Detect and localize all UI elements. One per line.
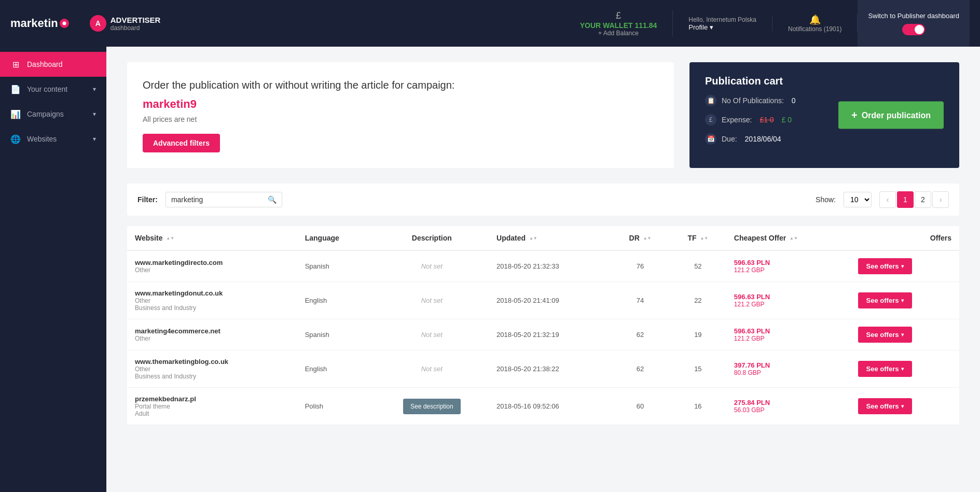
chevron-down-icon: ▾ (901, 403, 904, 409)
website-table: Website ▲▼ Language Description Updated … (127, 226, 959, 425)
table-row: przemekbednarz.plPortal themeAdultPolish… (127, 388, 959, 425)
description-not-set: Not set (421, 297, 443, 304)
your-content-icon: 📄 (10, 84, 21, 94)
see-offers-button[interactable]: See offers ▾ (858, 327, 913, 343)
cell-dr: 62 (611, 319, 670, 350)
cell-cheapest-offer: 275.84 PLN56.03 GBP (726, 388, 850, 425)
advertiser-info: ADVERTISER dashboard (111, 16, 161, 32)
see-offers-button[interactable]: See offers ▾ (858, 361, 913, 377)
campaign-name: marketin9 (143, 97, 658, 111)
cell-cheapest-offer: 596.63 PLN121.2 GBP (726, 282, 850, 319)
chevron-down-icon: ▾ (901, 263, 904, 269)
cell-updated: 2018-05-20 21:38:22 (489, 350, 611, 388)
sidebar-item-websites[interactable]: 🌐 Websites ▾ (0, 126, 106, 151)
search-icon: 🔍 (268, 195, 277, 204)
logo[interactable]: marketin (10, 17, 69, 30)
show-select[interactable]: 10 25 50 (844, 192, 872, 207)
website-name: marketing4ecommerce.net (135, 327, 289, 335)
next-page-button[interactable]: › (932, 191, 949, 208)
cell-website: www.marketingdirecto.comOther (127, 250, 297, 282)
your-content-arrow: ▾ (93, 86, 96, 93)
cart-due-value: 2018/06/04 (745, 135, 781, 143)
cheapest-sort-icon[interactable]: ▲▼ (790, 236, 798, 241)
main-content: Order the publication with or without wr… (106, 47, 980, 492)
price-gbp: 121.2 GBP (734, 266, 843, 274)
cart-expense-new: £ 0 (782, 116, 792, 124)
website-name: www.marketingdirecto.com (135, 259, 289, 266)
sidebar-item-campaigns[interactable]: 📊 Campaigns ▾ (0, 102, 106, 126)
top-nav: marketin A ADVERTISER dashboard £ YOUR W… (0, 0, 980, 47)
cell-language: Polish (297, 388, 375, 425)
filter-input[interactable] (171, 195, 265, 204)
dr-sort-icon[interactable]: ▲▼ (643, 236, 652, 241)
description-not-set: Not set (421, 331, 443, 339)
sidebar-label-dashboard: Dashboard (27, 60, 96, 68)
cell-dr: 60 (611, 388, 670, 425)
cell-description: Not set (375, 319, 489, 350)
prev-page-button[interactable]: ‹ (879, 191, 896, 208)
price-gbp: 121.2 GBP (734, 301, 843, 308)
sidebar-label-campaigns: Campaigns (27, 110, 87, 118)
cart-publications-icon: 📋 (705, 95, 716, 106)
sidebar: ⊞ Dashboard 📄 Your content ▾ 📊 Campaigns… (0, 47, 106, 492)
website-name: przemekbednarz.pl (135, 395, 289, 403)
cell-tf: 19 (670, 319, 726, 350)
see-description-button[interactable]: See description (403, 399, 461, 414)
show-label: Show: (816, 195, 836, 204)
profile-hello: Hello, Internetum Polska (688, 16, 756, 23)
cell-description: See description (375, 388, 489, 425)
cell-cheapest-offer: 596.63 PLN121.2 GBP (726, 319, 850, 350)
table-header-row: Website ▲▼ Language Description Updated … (127, 226, 959, 250)
sidebar-item-dashboard[interactable]: ⊞ Dashboard (0, 52, 106, 77)
price-pln: 596.63 PLN (734, 293, 843, 301)
cart-publications-label: No Of Publications: (722, 96, 784, 105)
cell-language: Spanish (297, 250, 375, 282)
website-cat2: Business and Industry (135, 373, 289, 380)
campaign-section: Order the publication with or without wr… (127, 62, 959, 168)
publisher-toggle[interactable] (902, 24, 925, 35)
filter-row: Filter: 🔍 Show: 10 25 50 ‹ 1 2 › (127, 184, 959, 216)
profile-arrow: ▾ (710, 23, 713, 31)
cell-description: Not set (375, 350, 489, 388)
description-not-set: Not set (421, 262, 443, 270)
order-publication-button[interactable]: + Order publication (838, 102, 944, 129)
price-gbp: 121.2 GBP (734, 335, 843, 342)
wallet-section[interactable]: £ YOUR WALLET 111.84 + Add Balance (564, 10, 673, 37)
filter-label: Filter: (137, 195, 158, 204)
cell-updated: 2018-05-16 09:52:06 (489, 388, 611, 425)
page-2-button[interactable]: 2 (915, 191, 931, 208)
price-pln: 397.76 PLN (734, 361, 843, 369)
notifications-section[interactable]: 🔔 Notifications (1901) (772, 14, 858, 33)
website-sort-icon[interactable]: ▲▼ (166, 236, 174, 241)
order-plus-icon: + (851, 109, 858, 121)
wallet-amount: YOUR WALLET 111.84 (580, 21, 657, 30)
campaigns-arrow: ▾ (93, 110, 96, 118)
description-not-set: Not set (421, 365, 443, 373)
wallet-icon: £ (616, 10, 621, 21)
tf-sort-icon[interactable]: ▲▼ (700, 236, 708, 241)
col-cheapest-offer: Cheapest Offer ▲▼ (726, 226, 850, 250)
updated-sort-icon[interactable]: ▲▼ (529, 236, 537, 241)
profile-section[interactable]: Hello, Internetum Polska Profile ▾ (673, 16, 772, 31)
chevron-down-icon: ▾ (901, 366, 904, 372)
switch-publisher-section[interactable]: Switch to Publisher dashboard (858, 0, 970, 47)
advanced-filters-button[interactable]: Advanced filters (143, 134, 220, 152)
see-offers-button[interactable]: See offers ▾ (858, 292, 913, 308)
website-cat: Other (135, 266, 289, 274)
pagination: ‹ 1 2 › (879, 191, 949, 208)
see-offers-button[interactable]: See offers ▾ (858, 398, 913, 414)
logo-dot (60, 19, 69, 28)
wallet-add: + Add Balance (598, 30, 639, 37)
price-gbp: 56.03 GBP (734, 406, 843, 414)
col-updated: Updated ▲▼ (489, 226, 611, 250)
cart-expense-label: Expense: (722, 116, 752, 124)
chevron-down-icon: ▾ (901, 332, 904, 338)
sidebar-item-your-content[interactable]: 📄 Your content ▾ (0, 77, 106, 102)
see-offers-button[interactable]: See offers ▾ (858, 258, 913, 274)
cell-offers: See offers ▾ (850, 250, 959, 282)
table-row: www.marketingdonut.co.ukOtherBusiness an… (127, 282, 959, 319)
page-layout: ⊞ Dashboard 📄 Your content ▾ 📊 Campaigns… (0, 47, 980, 492)
cart-publications-value: 0 (792, 96, 796, 105)
logo-text: marketin (10, 17, 58, 30)
page-1-button[interactable]: 1 (897, 191, 914, 208)
